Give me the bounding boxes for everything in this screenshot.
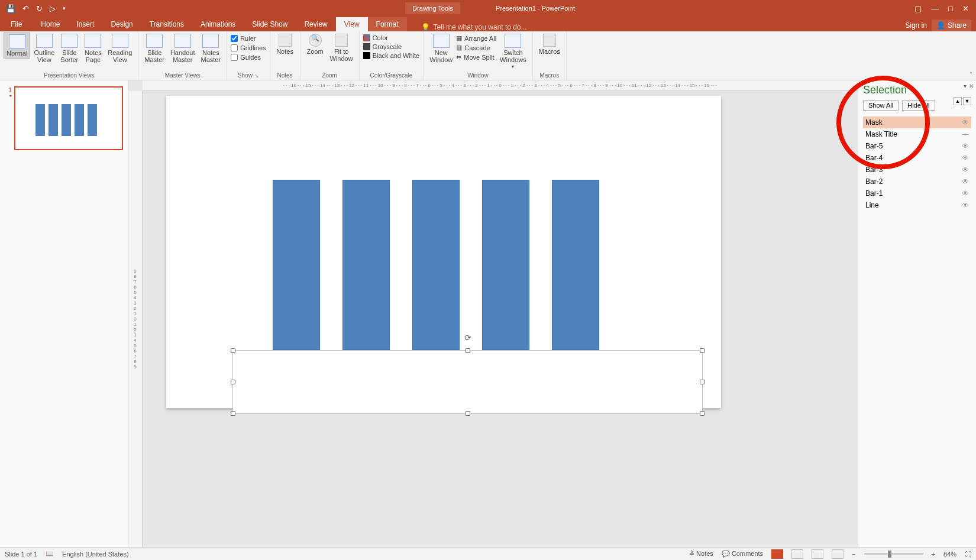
tab-file[interactable]: File (0, 17, 33, 31)
reading-view-button[interactable] (812, 549, 823, 559)
tab-format[interactable]: Format (368, 17, 407, 31)
macros-button[interactable]: Macros (537, 33, 563, 56)
color-button[interactable]: Color (363, 34, 419, 41)
ribbon-display-options-icon[interactable]: ▢ (914, 4, 922, 13)
fit-to-window-button[interactable]: Fit to Window (328, 33, 356, 63)
eye-visible-icon[interactable]: 👁 (962, 177, 969, 186)
slide-master-button[interactable]: Slide Master (142, 33, 167, 64)
selection-pane-title: Selection (863, 84, 971, 96)
notes-master-button[interactable]: Notes Master (199, 33, 224, 64)
slide-thumbnail-panel[interactable]: 1 * (0, 80, 128, 547)
selection-item-bar-3[interactable]: Bar-3👁 (863, 164, 971, 176)
comments-toggle[interactable]: 💬 Comments (722, 550, 763, 558)
slide-indicator[interactable]: Slide 1 of 1 (5, 551, 37, 558)
horizontal-ruler[interactable]: · · · 16 · · · 15 · · · 14 · · · 13 · · … (143, 80, 858, 91)
selection-item-bar-2[interactable]: Bar-2👁 (863, 176, 971, 187)
switch-windows-button[interactable]: Switch Windows ▾ (497, 33, 529, 71)
cascade-button[interactable]: ▥Cascade (456, 44, 496, 51)
spellcheck-icon[interactable]: 📖 (46, 550, 54, 558)
close-icon[interactable]: ✕ (962, 4, 969, 13)
zoom-button[interactable]: 🔍Zoom (304, 33, 327, 56)
selection-item-mask[interactable]: Mask👁 (863, 116, 971, 128)
zoom-level[interactable]: 84% (943, 551, 956, 558)
selection-item-bar-4[interactable]: Bar-4👁 (863, 152, 971, 164)
selection-item-bar-1[interactable]: Bar-1👁 (863, 187, 971, 199)
eye-visible-icon[interactable]: 👁 (962, 189, 969, 198)
show-all-button[interactable]: Show All (863, 100, 899, 111)
tab-slideshow[interactable]: Slide Show (244, 17, 296, 31)
slideshow-view-button[interactable] (832, 549, 844, 559)
eye-visible-icon[interactable]: 👁 (962, 142, 969, 150)
outline-view-button[interactable]: Outline View (31, 33, 57, 64)
sorter-view-button[interactable] (791, 549, 803, 559)
notes-button[interactable]: Notes (274, 33, 296, 56)
close-pane-icon[interactable]: ✕ (969, 83, 974, 89)
redo-icon[interactable]: ↻ (36, 4, 43, 13)
ruler-checkbox[interactable]: Ruler (231, 35, 266, 42)
move-split-button[interactable]: ⇔Move Split (456, 53, 496, 61)
guides-checkbox[interactable]: Guides (231, 54, 266, 61)
shape-bar-3[interactable] (412, 180, 460, 350)
gridlines-checkbox[interactable]: Gridlines (231, 44, 266, 51)
undo-icon[interactable]: ↶ (22, 4, 29, 13)
tell-me-search[interactable]: 💡 Tell me what you want to do... (407, 23, 906, 31)
shape-mask-selected[interactable]: ⟳ (232, 350, 703, 414)
tab-view[interactable]: View (336, 17, 368, 31)
eye-visible-icon[interactable]: 👁 (962, 166, 969, 174)
share-button[interactable]: 👤 Share (932, 20, 971, 31)
hide-all-button[interactable]: Hide All (902, 100, 935, 111)
task-pane-options-icon[interactable]: ▾ (964, 83, 967, 89)
rotate-handle-icon[interactable]: ⟳ (463, 333, 473, 342)
tab-design[interactable]: Design (102, 17, 141, 31)
start-from-beginning-icon[interactable]: ▷ (50, 4, 56, 13)
arrange-all-button[interactable]: ▦Arrange All (456, 34, 496, 42)
shape-bar-4[interactable] (482, 180, 529, 350)
eye-visible-icon[interactable]: 👁 (962, 154, 969, 162)
show-dialog-launcher-icon[interactable]: ↘ (254, 73, 259, 79)
tab-animations[interactable]: Animations (192, 17, 244, 31)
bring-forward-button[interactable]: ▲ (954, 97, 962, 105)
language-indicator[interactable]: English (United States) (62, 551, 129, 558)
collapse-ribbon-icon[interactable]: ˄ (969, 71, 972, 77)
selection-item-line[interactable]: Line👁 (863, 199, 971, 211)
minimize-icon[interactable]: — (931, 4, 939, 13)
normal-view-button[interactable] (771, 549, 783, 559)
fit-to-window-status-button[interactable]: ⛶ (965, 551, 971, 558)
vertical-ruler[interactable]: 9876543210123456789 (128, 91, 143, 547)
notes-page-button[interactable]: Notes Page (82, 33, 104, 64)
zoom-in-button[interactable]: + (932, 551, 935, 558)
normal-button[interactable]: Normal (4, 33, 30, 59)
shape-bar-1[interactable] (273, 180, 320, 350)
ribbon-tabs: File Home Insert Design Transitions Anim… (0, 17, 976, 31)
tab-home[interactable]: Home (33, 17, 68, 31)
eye-visible-icon[interactable]: 👁 (962, 201, 969, 209)
move-split-icon: ⇔ (456, 53, 461, 61)
slide-sorter-button[interactable]: Slide Sorter (58, 33, 80, 64)
eye-hidden-icon[interactable]: — (962, 130, 969, 138)
grayscale-button[interactable]: Grayscale (363, 43, 419, 50)
zoom-slider[interactable] (864, 553, 923, 555)
notes-toggle[interactable]: ≜ Notes (689, 550, 713, 558)
shape-bar-5[interactable] (552, 180, 599, 350)
thumbnail-frame[interactable] (14, 86, 123, 150)
save-icon[interactable]: 💾 (6, 4, 15, 13)
selection-item-bar-5[interactable]: Bar-5👁 (863, 140, 971, 152)
tab-insert[interactable]: Insert (68, 17, 102, 31)
zoom-icon: 🔍 (309, 34, 322, 47)
thumbnail-slide-1[interactable]: 1 * (5, 86, 123, 150)
slide[interactable]: ⟳ (166, 96, 721, 408)
reading-view-button[interactable]: Reading View (105, 33, 134, 64)
shape-bar-2[interactable] (342, 180, 390, 350)
send-backward-button[interactable]: ▼ (963, 97, 971, 105)
tab-transitions[interactable]: Transitions (141, 17, 192, 31)
maximize-icon[interactable]: □ (948, 4, 953, 13)
new-window-button[interactable]: New Window (427, 33, 455, 64)
eye-visible-icon[interactable]: 👁 (962, 118, 969, 127)
sign-in-link[interactable]: Sign in (905, 21, 927, 30)
handout-master-button[interactable]: Handout Master (168, 33, 198, 64)
slide-canvas-wrap[interactable]: ⟳ (143, 91, 858, 547)
selection-item-mask-title[interactable]: Mask Title— (863, 128, 971, 140)
zoom-out-button[interactable]: − (852, 551, 855, 558)
black-white-button[interactable]: Black and White (363, 52, 419, 59)
tab-review[interactable]: Review (296, 17, 335, 31)
